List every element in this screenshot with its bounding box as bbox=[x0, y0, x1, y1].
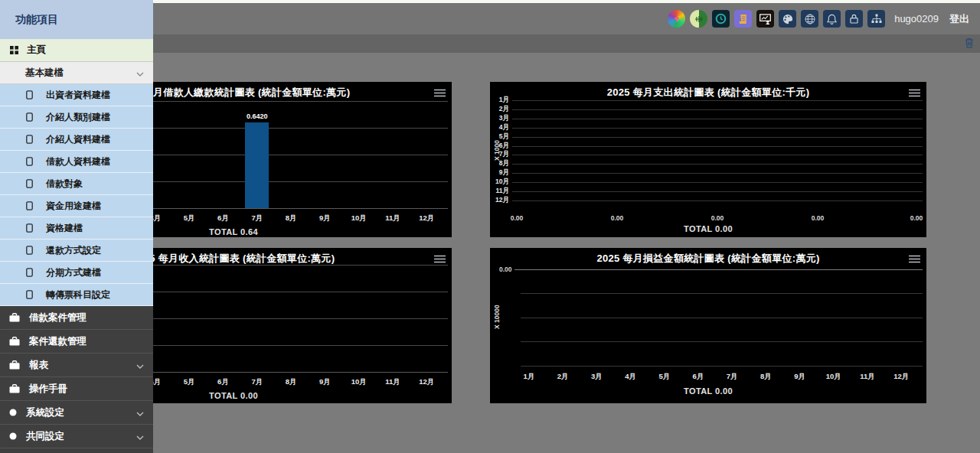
sidebar-item-共同設定[interactable]: 共同設定 bbox=[0, 425, 153, 448]
bar-7月[interactable] bbox=[245, 122, 269, 208]
chart-panel-4: 2025 每月損益金額統計圖表 (統計金額單位:萬元)0.00X 100001月… bbox=[490, 248, 926, 403]
doc-icon bbox=[26, 157, 33, 166]
sidebar-item-label: 系統設定 bbox=[26, 406, 64, 419]
scroll-icon[interactable] bbox=[734, 10, 752, 28]
sidebar-item-介紹人資料建檔[interactable]: 介紹人資料建檔 bbox=[0, 129, 153, 151]
y-tick-label: 3月 bbox=[492, 114, 509, 123]
x-tick-label: 8月 bbox=[286, 377, 297, 387]
lock-icon[interactable] bbox=[845, 10, 863, 28]
gridline bbox=[521, 293, 923, 294]
sidebar-item-還款方式設定[interactable]: 還款方式設定 bbox=[0, 240, 153, 262]
bell-icon[interactable] bbox=[823, 10, 841, 28]
sidebar-menu: 主頁基本建檔出資者資料建檔介紹人類別建檔介紹人資料建檔借款人資料建檔借款對象資金… bbox=[0, 39, 153, 448]
presentation-icon[interactable] bbox=[756, 10, 774, 28]
x-tick-label: 3月 bbox=[591, 372, 603, 382]
zero-line bbox=[514, 269, 923, 270]
y-tick-label: 4月 bbox=[492, 123, 509, 132]
sidebar-item-label: 操作手冊 bbox=[29, 383, 67, 396]
sidebar-item-label: 出資者資料建檔 bbox=[46, 89, 110, 102]
y-tick-label: 8月 bbox=[492, 159, 509, 168]
briefcase-icon bbox=[9, 337, 20, 346]
y-tick-label: 11月 bbox=[492, 187, 509, 196]
username-label: hugo0209 bbox=[894, 13, 939, 24]
sidebar-item-資格建檔[interactable]: 資格建檔 bbox=[0, 217, 153, 240]
sidebar-item-轉傳票科目設定[interactable]: 轉傳票科目設定 bbox=[0, 284, 153, 306]
doc-icon bbox=[26, 112, 33, 122]
y-axis-title: X 1000 bbox=[493, 140, 501, 161]
sidebar-item-借款對象[interactable]: 借款對象 bbox=[0, 173, 153, 195]
chart-menu-icon[interactable] bbox=[909, 86, 920, 100]
doc-icon bbox=[26, 290, 33, 299]
sidebar-item-label: 資格建檔 bbox=[46, 222, 83, 235]
x-tick-label: 7月 bbox=[727, 372, 738, 382]
colorful-logo[interactable]: ♥ bbox=[668, 10, 685, 28]
doc-icon bbox=[26, 179, 33, 188]
sitemap-icon[interactable] bbox=[867, 10, 885, 28]
sidebar-item-案件還款管理[interactable]: 案件還款管理 bbox=[0, 330, 153, 354]
sidebar: 功能項目 主頁基本建檔出資者資料建檔介紹人類別建檔介紹人資料建檔借款人資料建檔借… bbox=[0, 0, 153, 453]
sidebar-item-系統設定[interactable]: 系統設定 bbox=[0, 401, 153, 425]
x-tick-label: 7月 bbox=[251, 377, 263, 387]
chart-total-label: TOTAL 0.00 bbox=[490, 224, 926, 233]
gridline bbox=[512, 155, 923, 155]
sidebar-item-分期方式建檔[interactable]: 分期方式建檔 bbox=[0, 262, 153, 284]
y-tick-label: 1月 bbox=[492, 96, 509, 105]
doc-icon bbox=[26, 135, 33, 144]
logout-button[interactable]: 登出 bbox=[949, 12, 969, 26]
chart-menu-icon[interactable] bbox=[434, 86, 446, 100]
sidebar-item-操作手冊[interactable]: 操作手冊 bbox=[0, 377, 153, 401]
green-app-icon[interactable] bbox=[690, 10, 707, 28]
chevron-down-icon bbox=[136, 358, 144, 372]
x-tick-label: 0.00 bbox=[812, 214, 825, 222]
gridline bbox=[512, 128, 923, 129]
x-tick-label: 8月 bbox=[760, 372, 772, 382]
clock-icon[interactable] bbox=[712, 10, 730, 28]
sidebar-item-介紹人類別建檔[interactable]: 介紹人類別建檔 bbox=[0, 106, 153, 129]
x-tick-label: 11月 bbox=[860, 372, 875, 382]
x-tick-label: 7月 bbox=[251, 213, 263, 223]
x-tick-label: 0.00 bbox=[910, 214, 923, 222]
x-tick-label: 9月 bbox=[794, 372, 805, 382]
x-tick-label: 6月 bbox=[217, 377, 229, 387]
trash-button[interactable] bbox=[965, 37, 974, 51]
gridline bbox=[512, 100, 923, 101]
x-tick-label: 12月 bbox=[893, 372, 909, 382]
topbar-icon-group: ♥ bbox=[668, 10, 885, 28]
y-tick-label: 2月 bbox=[492, 105, 509, 114]
x-tick-label: 8月 bbox=[286, 213, 297, 223]
x-tick-label: 11月 bbox=[385, 377, 400, 387]
x-tick-label: 10月 bbox=[826, 372, 841, 382]
sidebar-item-借款人資料建檔[interactable]: 借款人資料建檔 bbox=[0, 151, 153, 173]
sidebar-item-報表[interactable]: 報表 bbox=[0, 354, 153, 377]
sidebar-item-label: 分期方式建檔 bbox=[46, 266, 101, 279]
gridline bbox=[521, 318, 923, 318]
doc-icon bbox=[26, 90, 33, 99]
sidebar-item-label: 案件還款管理 bbox=[29, 335, 87, 348]
x-tick-label: 11月 bbox=[385, 213, 400, 223]
sidebar-item-label: 共同設定 bbox=[26, 430, 64, 443]
chart-menu-icon[interactable] bbox=[909, 253, 920, 266]
x-tick-label: 5月 bbox=[184, 377, 195, 387]
circle-icon bbox=[9, 409, 17, 416]
briefcase-icon bbox=[9, 313, 20, 322]
doc-icon bbox=[26, 246, 33, 255]
gridline bbox=[521, 366, 923, 367]
sidebar-item-借款案件管理[interactable]: 借款案件管理 bbox=[0, 306, 153, 330]
grid-icon bbox=[10, 46, 18, 54]
x-tick-label: 2月 bbox=[557, 372, 569, 382]
x-tick-label: 5月 bbox=[658, 372, 670, 382]
y-tick-label: 9月 bbox=[492, 168, 509, 178]
x-tick-label: 0.00 bbox=[711, 214, 724, 222]
palette-icon[interactable] bbox=[779, 10, 796, 28]
doc-icon bbox=[26, 223, 33, 233]
x-tick-label: 9月 bbox=[319, 213, 331, 223]
x-tick-label: 12月 bbox=[419, 377, 434, 387]
sidebar-item-資金用途建檔[interactable]: 資金用途建檔 bbox=[0, 195, 153, 217]
sidebar-item-基本建檔[interactable]: 基本建檔 bbox=[0, 62, 153, 84]
sidebar-item-label: 基本建檔 bbox=[25, 67, 64, 80]
sidebar-item-主頁[interactable]: 主頁 bbox=[0, 39, 153, 62]
globe-icon[interactable] bbox=[801, 10, 818, 28]
sidebar-item-label: 轉傳票科目設定 bbox=[46, 288, 110, 301]
sidebar-item-出資者資料建檔[interactable]: 出資者資料建檔 bbox=[0, 84, 153, 106]
gridline bbox=[512, 173, 923, 174]
